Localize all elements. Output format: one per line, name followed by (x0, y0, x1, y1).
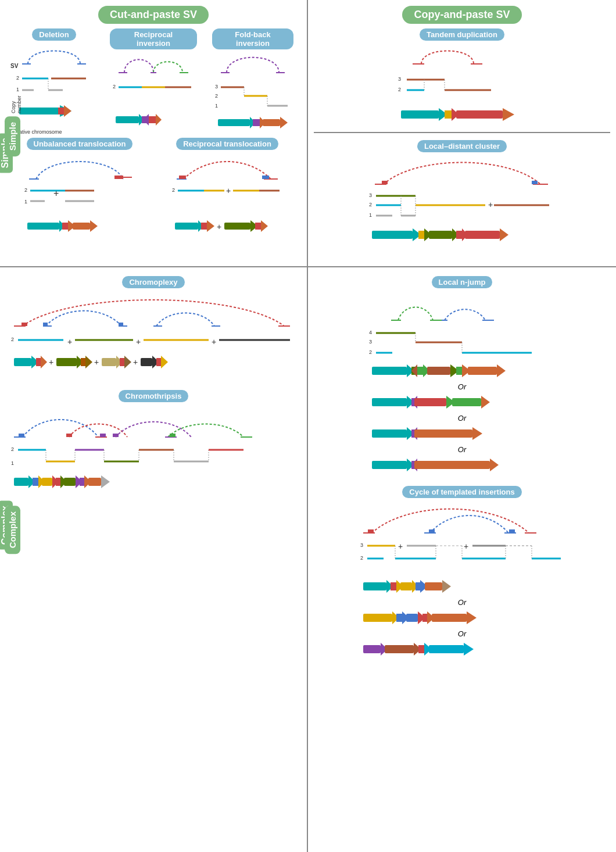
svg-rect-188 (80, 478, 84, 486)
svg-rect-209 (417, 367, 423, 375)
svg-rect-75 (255, 223, 261, 230)
svg-marker-236 (490, 459, 499, 471)
svg-text:2: 2 (113, 84, 116, 90)
svg-rect-108 (372, 231, 413, 239)
svg-marker-143 (85, 356, 92, 368)
svg-marker-57 (90, 220, 98, 232)
svg-rect-235 (414, 461, 490, 469)
svg-rect-205 (372, 367, 407, 375)
local-n-jump-label: Local n-jump (432, 276, 493, 288)
svg-rect-223 (452, 398, 481, 406)
svg-rect-242 (509, 529, 515, 533)
svg-text:+: + (217, 222, 221, 231)
cycle-templated-deriv3 (360, 639, 564, 660)
complex-side-label: Complex (5, 506, 20, 554)
svg-rect-93 (382, 181, 388, 184)
tandem-dup-sv-diagram (398, 41, 526, 73)
svg-rect-155 (19, 434, 24, 437)
svg-marker-41 (280, 117, 288, 128)
local-n-jump-deriv1 (369, 361, 555, 381)
chromoplexy-cn-diagram: 2 + + + (11, 332, 296, 352)
svg-text:3: 3 (369, 192, 372, 198)
fold-back-inversion-cn-diagram: 3 2 1 (215, 81, 291, 113)
svg-rect-61 (262, 176, 269, 179)
svg-rect-73 (224, 223, 250, 230)
svg-text:2: 2 (11, 336, 14, 342)
chromoplexy-deriv-diagram: + + + (11, 352, 296, 373)
svg-marker-148 (124, 356, 131, 368)
svg-text:3: 3 (369, 339, 372, 345)
svg-text:2: 2 (398, 87, 401, 92)
svg-text:1: 1 (369, 212, 372, 218)
svg-marker-153 (161, 356, 168, 368)
svg-rect-231 (372, 461, 407, 469)
svg-text:+: + (212, 337, 216, 346)
svg-rect-284 (385, 645, 414, 653)
svg-rect-180 (33, 478, 38, 486)
svg-rect-264 (391, 582, 396, 590)
svg-rect-280 (432, 614, 467, 622)
unbalanced-trans-sv-diagram (24, 150, 135, 185)
svg-text:1: 1 (215, 103, 218, 109)
svg-rect-282 (363, 645, 381, 653)
local-n-jump-deriv2 (369, 392, 555, 413)
svg-marker-25 (156, 114, 162, 126)
svg-text:4: 4 (369, 330, 372, 335)
svg-rect-159 (113, 434, 119, 437)
svg-rect-68 (175, 223, 198, 230)
svg-rect-225 (372, 429, 407, 438)
svg-rect-24 (149, 116, 156, 123)
reciprocal-inversion-cn-diagram: 2 (113, 81, 194, 110)
fold-back-inversion-label: Fold-back inversion (212, 28, 293, 49)
svg-rect-59 (179, 176, 186, 179)
cut-paste-header: Cut-and-paste SV (98, 6, 209, 24)
svg-rect-110 (418, 231, 424, 239)
svg-rect-161 (170, 434, 176, 437)
svg-rect-213 (456, 367, 462, 375)
tandem-dup-deriv-diagram (398, 105, 526, 125)
local-distant-cn-diagram: 3 2 + 1 (369, 190, 555, 225)
chromothripsis-cn-diagram: 2 1 (11, 443, 296, 472)
chromoplexy-label: Chromoplexy (122, 276, 184, 288)
svg-rect-186 (64, 478, 76, 486)
svg-rect-266 (400, 582, 412, 590)
svg-rect-9 (19, 108, 60, 114)
svg-rect-274 (396, 614, 402, 622)
simple-side-label: Simple (5, 116, 20, 156)
svg-text:+: + (67, 337, 72, 346)
svg-text:+: + (226, 186, 231, 195)
svg-text:2: 2 (16, 75, 19, 81)
svg-rect-36 (218, 119, 250, 126)
fold-back-inversion-sv-diagram (215, 49, 291, 81)
svg-text:+: + (136, 337, 141, 346)
svg-rect-54 (62, 223, 68, 230)
reciprocal-inversion-label: Reciprocal inversion (110, 28, 197, 49)
svg-rect-158 (100, 434, 106, 437)
unbalanced-trans-deriv-diagram (24, 217, 135, 234)
svg-rect-288 (429, 645, 464, 653)
svg-rect-43 (114, 176, 123, 179)
svg-text:3: 3 (215, 84, 218, 90)
svg-rect-95 (532, 181, 538, 184)
chromothripsis-sv-diagram (11, 402, 296, 443)
svg-rect-270 (425, 582, 442, 590)
deletion-cn-diagram: 2 1 (16, 73, 92, 102)
svg-rect-190 (88, 478, 101, 486)
or-label-1: Or (458, 382, 466, 391)
svg-marker-191 (101, 475, 110, 488)
svg-rect-240 (429, 529, 435, 533)
or-label-3: Or (458, 445, 466, 454)
svg-marker-71 (207, 220, 214, 232)
svg-rect-178 (14, 478, 28, 486)
svg-rect-112 (429, 231, 452, 239)
svg-rect-221 (414, 398, 446, 406)
svg-rect-145 (102, 358, 116, 366)
cycle-templated-deriv2 (360, 608, 564, 628)
svg-text:2: 2 (369, 202, 372, 207)
local-distant-cluster-label: Local–distant cluster (417, 140, 507, 152)
chromothripsis-label: Chromothripsis (119, 390, 189, 402)
unbalanced-translocation-label: Unbalanced translocation (27, 138, 133, 150)
reciprocal-trans-sv-diagram (172, 150, 282, 185)
chromothripsis-deriv-diagram (11, 472, 296, 492)
svg-text:1: 1 (24, 199, 27, 205)
